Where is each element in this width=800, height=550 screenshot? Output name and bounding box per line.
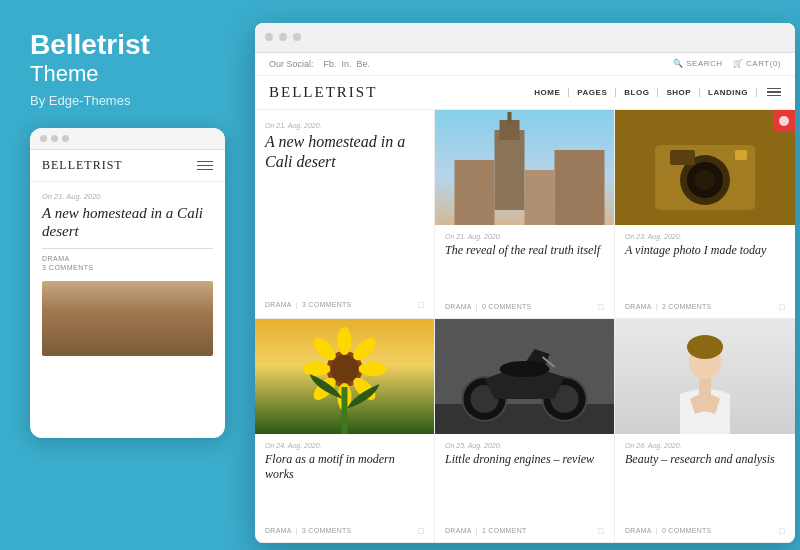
article-4-title[interactable]: Flora as a motif in modern works [265,452,424,482]
cart-action[interactable]: 🛒 CART(0) [733,59,781,68]
article-5-title[interactable]: Little droning engines – review [445,452,604,467]
article-3-red-badge [773,110,795,132]
article-item-3: On 23. Aug. 2020. A vintage photo I made… [615,110,795,319]
article-1-comments: 3 COMMENTS [302,301,352,308]
article-6-body: On 26. Aug. 2020. Beauty – research and … [615,434,795,542]
article-5-category: DRAMA [445,527,472,534]
article-1-expand-icon[interactable]: □ [418,300,424,310]
article-3-comments: 2 COMMENTS [662,303,712,310]
article-5-meta: DRAMA | 1 COMMENT □ [445,526,604,536]
article-1-date: On 21. Aug. 2020. [265,122,424,129]
search-label: SEARCH [686,59,722,68]
site-nav: BELLETRIST HOME PAGES BLOG SHOP LANDING [255,76,795,110]
mobile-header: BELLETRIST [30,150,225,182]
article-4-expand-icon[interactable]: □ [418,526,424,536]
svg-rect-1 [495,130,525,210]
article-item-5: On 25. Aug. 2020. Little droning engines… [435,319,615,543]
svg-point-24 [303,362,331,376]
article-4-meta: DRAMA | 3 COMMENTS □ [265,526,424,536]
article-6-image [615,319,795,434]
nav-item-pages[interactable]: PAGES [569,88,616,97]
svg-rect-27 [342,387,348,434]
article-2-body: On 21. Aug. 2020. The reveal of the real… [435,225,614,318]
mobile-article-comments: 3 COMMENTS [42,264,213,271]
article-6-date: On 26. Aug. 2020. [625,442,785,449]
article-2-expand-icon[interactable]: □ [598,302,604,312]
svg-point-39 [687,335,723,359]
article-item-2: On 21. Aug. 2020. The reveal of the real… [435,110,615,319]
browser-dot-2 [279,33,287,41]
by-line: By Edge-Themes [30,93,220,108]
browser-body: Our Social: Fb. In. Be. 🔍 SEARCH 🛒 CART(… [255,53,795,543]
article-3-meta: DRAMA | 2 COMMENTS □ [625,302,785,312]
svg-rect-29 [435,404,614,434]
article-5-date: On 25. Aug. 2020. [445,442,604,449]
article-3-title[interactable]: A vintage photo I made today [625,243,785,258]
article-2-meta: DRAMA | 0 COMMENTS □ [445,302,604,312]
svg-point-18 [338,327,352,355]
left-panel: Belletrist Theme By Edge-Themes BELLETRI… [5,0,245,550]
nav-menu: HOME PAGES BLOG SHOP LANDING [526,88,781,97]
article-4-body: On 24. Aug. 2020. Flora as a motif in mo… [255,434,434,542]
article-2-category: DRAMA [445,303,472,310]
mobile-article-title: A new homestead in a Cali desert [42,204,213,240]
svg-point-20 [359,362,387,376]
article-5-image [435,319,614,434]
mobile-dot-3 [62,135,69,142]
svg-rect-5 [555,150,605,225]
nav-item-blog[interactable]: BLOG [616,88,658,97]
svg-rect-14 [670,150,695,165]
nav-hamburger-button[interactable] [767,88,781,97]
search-icon: 🔍 [673,59,684,68]
svg-rect-15 [735,150,747,160]
nav-item-landing[interactable]: LANDING [700,88,757,97]
svg-rect-6 [525,170,555,225]
article-3-date: On 23. Aug. 2020. [625,233,785,240]
article-6-comments: 0 COMMENTS [662,527,712,534]
nav-item-shop[interactable]: SHOP [658,88,700,97]
social-in[interactable]: In. [342,59,352,69]
mobile-dot-1 [40,135,47,142]
site-logo[interactable]: BELLETRIST [269,84,377,101]
browser-bar [255,23,795,53]
article-item-6: On 26. Aug. 2020. Beauty – research and … [615,319,795,543]
mobile-content: On 21. Aug. 2020. A new homestead in a C… [30,182,225,438]
nav-item-home[interactable]: HOME [526,88,569,97]
article-item-4: On 24. Aug. 2020. Flora as a motif in mo… [255,319,435,543]
social-be[interactable]: Be. [357,59,371,69]
article-1-title[interactable]: A new homestead in a Cali desert [265,132,424,172]
article-2-title[interactable]: The reveal of the real truth itself [445,243,604,258]
topbar-actions: 🔍 SEARCH 🛒 CART(0) [673,59,781,68]
mobile-menu-button[interactable] [197,161,213,171]
article-2-image [435,110,614,225]
cart-icon: 🛒 [733,59,744,68]
social-links: Our Social: Fb. In. Be. [269,59,370,69]
search-action[interactable]: 🔍 SEARCH [673,59,723,68]
article-3-expand-icon[interactable]: □ [779,302,785,312]
article-6-meta: DRAMA | 0 COMMENTS □ [625,526,785,536]
article-6-expand-icon[interactable]: □ [779,526,785,536]
browser-dot-3 [293,33,301,41]
article-5-expand-icon[interactable]: □ [598,526,604,536]
article-5-comments: 1 COMMENT [482,527,527,534]
browser-dot-1 [265,33,273,41]
svg-point-7 [779,116,789,126]
article-6-category: DRAMA [625,527,652,534]
article-4-image [255,319,434,434]
mobile-article-category: DRAMA [42,255,213,262]
site-topbar: Our Social: Fb. In. Be. 🔍 SEARCH 🛒 CART(… [255,53,795,76]
mobile-dot-2 [51,135,58,142]
article-3-category: DRAMA [625,303,652,310]
theme-name: Belletrist [30,30,220,61]
mobile-divider [42,248,213,249]
svg-point-13 [695,170,715,190]
article-1-category: DRAMA [265,301,292,308]
svg-rect-3 [508,112,512,124]
browser-mockup: Our Social: Fb. In. Be. 🔍 SEARCH 🛒 CART(… [255,23,795,543]
social-fb[interactable]: Fb. [324,59,337,69]
mobile-logo: BELLETRIST [42,158,123,173]
article-6-title[interactable]: Beauty – research and analysis [625,452,785,467]
mobile-preview: BELLETRIST On 21. Aug. 2020. A new homes… [30,128,225,438]
article-item-1: On 21. Aug. 2020. A new homestead in a C… [255,110,435,319]
mobile-article-date: On 21. Aug. 2020. [42,192,213,201]
